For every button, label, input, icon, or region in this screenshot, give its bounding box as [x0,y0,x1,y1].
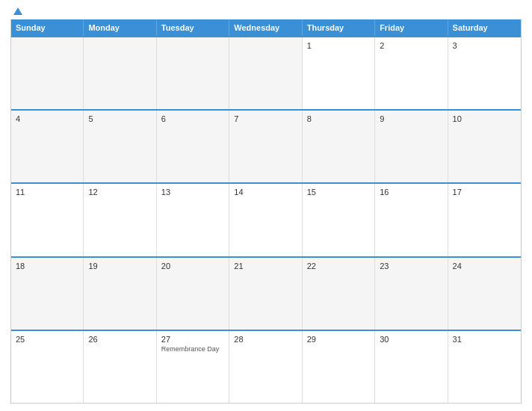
day-number: 6 [161,114,224,123]
week-row-3: 11121314151617 [11,182,521,256]
day-number: 27 [161,335,224,344]
cal-cell: 25 [11,331,84,403]
week-row-4: 18192021222324 [11,256,521,330]
day-header-saturday: Saturday [448,19,521,36]
day-number: 10 [453,114,516,123]
cal-cell: 17 [448,184,521,256]
cal-cell: 6 [157,111,229,182]
cal-cell: 4 [11,111,84,182]
day-number: 20 [161,262,224,271]
week-row-1: 123 [11,36,521,109]
cal-cell: 3 [448,37,521,109]
event-label: Remembrance Day [161,345,224,353]
day-number: 12 [88,188,151,197]
day-number: 3 [453,41,516,50]
day-number: 28 [234,335,297,344]
day-number: 16 [380,188,442,197]
cal-cell: 1 [303,37,375,109]
day-header-monday: Monday [84,19,156,36]
cal-cell: 9 [375,111,448,182]
cal-cell [229,37,302,109]
calendar-header: SundayMondayTuesdayWednesdayThursdayFrid… [11,19,521,36]
cal-cell: 24 [448,258,521,330]
day-number: 11 [16,188,78,197]
week-row-2: 45678910 [11,109,521,182]
day-number: 14 [234,188,297,197]
cal-cell: 19 [84,258,156,330]
day-number: 29 [307,335,370,344]
day-number: 8 [307,114,370,123]
day-number: 21 [234,262,297,271]
week-row-5: 252627Remembrance Day28293031 [11,330,521,403]
day-number: 31 [453,335,516,344]
calendar-page: SundayMondayTuesdayWednesdayThursdayFrid… [0,0,532,411]
cal-cell: 16 [375,184,448,256]
cal-cell: 30 [375,331,448,403]
cal-cell: 7 [229,111,302,182]
cal-cell: 12 [84,184,156,256]
logo [12,7,22,15]
day-number: 24 [453,262,516,271]
cal-cell: 15 [303,184,375,256]
cal-cell: 29 [303,331,375,403]
day-number: 18 [16,262,78,271]
header [10,7,522,15]
day-number: 13 [161,188,224,197]
cal-cell: 5 [84,111,156,182]
cal-cell [84,37,156,109]
cal-cell: 14 [229,184,302,256]
cal-cell: 28 [229,331,302,403]
day-number: 2 [380,41,442,50]
cal-cell: 27Remembrance Day [157,331,229,403]
day-number: 4 [16,114,78,123]
day-number: 26 [88,335,151,344]
day-number: 1 [307,41,370,50]
day-number: 25 [16,335,78,344]
cal-cell: 13 [157,184,229,256]
calendar-grid: SundayMondayTuesdayWednesdayThursdayFrid… [10,19,522,404]
day-number: 30 [380,335,442,344]
day-header-sunday: Sunday [11,19,84,36]
logo-triangle-icon [13,7,22,15]
cal-cell: 18 [11,258,84,330]
cal-cell: 10 [448,111,521,182]
day-number: 5 [88,114,151,123]
day-number: 17 [453,188,516,197]
day-number: 19 [88,262,151,271]
cal-cell: 26 [84,331,156,403]
cal-cell: 11 [11,184,84,256]
cal-cell: 23 [375,258,448,330]
day-header-thursday: Thursday [303,19,375,36]
calendar-body: 1234567891011121314151617181920212223242… [11,36,521,403]
cal-cell: 21 [229,258,302,330]
day-number: 15 [307,188,370,197]
cal-cell [157,37,229,109]
cal-cell: 20 [157,258,229,330]
day-number: 23 [380,262,442,271]
day-header-friday: Friday [375,19,448,36]
day-number: 7 [234,114,297,123]
cal-cell: 22 [303,258,375,330]
cal-cell: 31 [448,331,521,403]
cal-cell: 2 [375,37,448,109]
day-header-wednesday: Wednesday [229,19,302,36]
day-number: 22 [307,262,370,271]
cal-cell [11,37,84,109]
day-header-tuesday: Tuesday [157,19,229,36]
cal-cell: 8 [303,111,375,182]
day-number: 9 [380,114,442,123]
